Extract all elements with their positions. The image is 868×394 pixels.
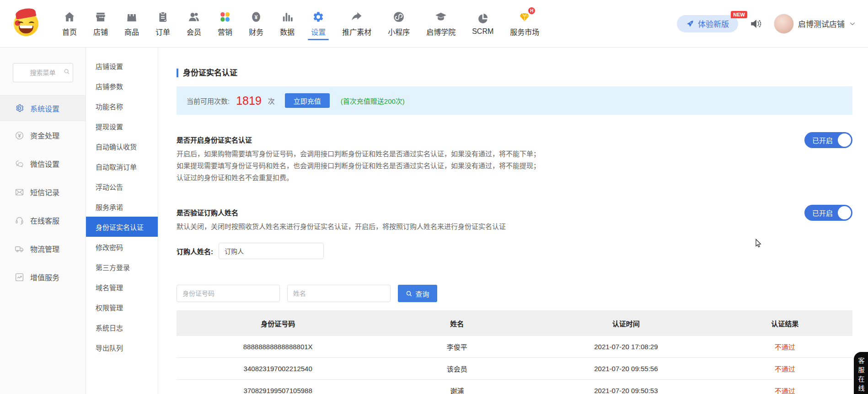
toggle-knob <box>838 206 851 219</box>
nav-label: 启博学院 <box>426 26 455 37</box>
chevron-down-icon <box>849 20 856 27</box>
customer-service-tab[interactable]: 客服在线 <box>854 352 868 394</box>
trend-chart-icon <box>15 272 24 282</box>
submenu-item-auto-confirm[interactable]: 自动确认收货 <box>86 136 158 156</box>
toggle-label: 已开启 <box>812 135 833 145</box>
col-header-result: 认证结果 <box>717 319 852 328</box>
try-new-label: 体验新版 <box>698 18 729 29</box>
nav-item-data[interactable]: 数据 <box>272 0 303 47</box>
sidebar-item-funds[interactable]: 资金处理 <box>0 121 86 149</box>
section-orderer-title: 是否验证订购人姓名 <box>177 208 852 217</box>
cell-id: 340823197002212540 <box>177 365 379 373</box>
sidebar-item-value-added[interactable]: 增值服务 <box>0 263 86 291</box>
sidebar-item-online-service[interactable]: 在线客服 <box>0 206 86 234</box>
desc-line: 开启后，如果购物需要填写身份证号码，会调用接口判断身份证和姓名是否通过实名认证，… <box>177 148 852 160</box>
nav-item-promo-material[interactable]: 推广素材 <box>334 0 380 47</box>
orderer-name-label: 订购人姓名: <box>177 246 213 256</box>
query-button[interactable]: 查询 <box>398 285 437 302</box>
page-title: 身份证实名认证 <box>177 69 852 77</box>
submenu-item-export-queue[interactable]: 导出队列 <box>86 337 158 357</box>
quota-unit: 次 <box>268 96 275 106</box>
marketing-dots-icon <box>219 11 231 23</box>
nav-item-goods[interactable]: 商品 <box>116 0 147 47</box>
nav-label: SCRM <box>472 27 493 36</box>
nav-label: 首页 <box>62 26 77 37</box>
quota-bar: 当前可用次数: 1819 次 立即充值 (首次充值赠送200次) <box>177 86 852 115</box>
sidebar-item-sms-records[interactable]: 短信记录 <box>0 178 86 206</box>
main-content: 身份证实名认证 当前可用次数: 1819 次 立即充值 (首次充值赠送200次)… <box>158 48 868 394</box>
sidebar-item-label: 增值服务 <box>30 272 59 282</box>
submenu-item-domain-management[interactable]: 域名管理 <box>86 277 158 297</box>
submenu-item-feature-names[interactable]: 功能名称 <box>86 96 158 116</box>
shopping-bag-icon <box>125 11 138 23</box>
sidebar-item-label: 物流管理 <box>30 243 59 254</box>
market-h-badge: H <box>528 7 535 14</box>
submenu-item-service-promise[interactable]: 服务承诺 <box>86 197 158 217</box>
submenu-item-change-password[interactable]: 修改密码 <box>86 237 158 257</box>
table-search-row: 查询 <box>177 285 852 302</box>
orderer-name-input[interactable] <box>219 243 324 259</box>
table-header-row: 身份证号码 姓名 认证时间 认证结果 <box>177 310 852 336</box>
try-new-version-button[interactable]: 体验新版 NEW <box>677 15 738 32</box>
nav-label: 营销 <box>218 26 232 37</box>
nav-item-members[interactable]: 会员 <box>178 0 209 47</box>
nav-item-marketing[interactable]: 营销 <box>209 0 241 47</box>
cell-name: 该会员 <box>379 364 535 373</box>
recharge-button[interactable]: 立即充值 <box>285 93 330 108</box>
svg-text:¥: ¥ <box>255 14 258 20</box>
nav-item-finance[interactable]: ¥ 财务 <box>241 0 272 47</box>
account-menu[interactable]: 启博测试店铺 <box>774 14 856 34</box>
desc-line: 认证过的身份证和姓名不会重复扣费。 <box>177 172 852 184</box>
nav-item-orders[interactable]: 订单 <box>147 0 178 47</box>
cell-name: 李俊平 <box>379 342 535 351</box>
search-icon <box>406 290 413 297</box>
cell-result: 不通过 <box>717 364 852 373</box>
sidebar-item-label: 短信记录 <box>30 186 59 197</box>
submenu-item-system-log[interactable]: 系统日志 <box>86 317 158 337</box>
cell-time: 2021-07-20 09:50:53 <box>535 387 717 394</box>
submenu-item-shop-params[interactable]: 店铺参数 <box>86 76 158 96</box>
nav-item-service-market[interactable]: H 服务市场 <box>502 0 547 47</box>
nav-item-miniprogram[interactable]: 小程序 <box>380 0 418 47</box>
submenu-item-shop-settings[interactable]: 店铺设置 <box>86 56 158 76</box>
id-number-search-input[interactable] <box>177 285 280 302</box>
top-nav-items: 首页 店铺 商品 订单 <box>54 0 547 47</box>
sidebar-item-system-settings[interactable]: 系统设置 <box>0 96 86 121</box>
nav-item-academy[interactable]: 启博学院 <box>418 0 464 47</box>
customer-service-label: 客服在线 <box>857 357 866 394</box>
col-header-time: 认证时间 <box>535 319 717 328</box>
orderer-name-toggle[interactable]: 已开启 <box>804 205 852 221</box>
col-header-id: 身份证号码 <box>177 319 379 328</box>
menu-search-input[interactable] <box>13 63 73 82</box>
nav-item-settings[interactable]: 设置 <box>303 0 334 47</box>
nav-item-home[interactable]: 首页 <box>54 0 85 47</box>
share-arrow-icon <box>350 11 363 23</box>
sidebar-item-label: 资金处理 <box>30 130 59 141</box>
nav-label: 推广素材 <box>342 26 371 37</box>
submenu-item-auto-cancel[interactable]: 自动取消订单 <box>86 156 158 176</box>
settings-submenu: 店铺设置 店铺参数 功能名称 提现设置 自动确认收货 自动取消订单 浮动公告 服… <box>86 48 158 394</box>
submenu-item-third-party-login[interactable]: 第三方登录 <box>86 257 158 277</box>
submenu-item-floating-notice[interactable]: 浮动公告 <box>86 176 158 197</box>
bonus-note: (首次充值赠送200次) <box>341 96 405 106</box>
sidebar-item-wechat-settings[interactable]: 微信设置 <box>0 149 86 178</box>
sidebar-item-label: 微信设置 <box>30 158 59 169</box>
speaker-icon[interactable] <box>749 17 763 31</box>
name-search-input[interactable] <box>287 285 391 302</box>
nav-item-shop[interactable]: 店铺 <box>85 0 116 47</box>
submenu-item-permission-management[interactable]: 权限管理 <box>86 297 158 317</box>
query-button-label: 查询 <box>415 289 429 298</box>
nav-item-scrm[interactable]: SCRM <box>464 0 502 47</box>
envelope-icon <box>15 187 24 197</box>
rocket-icon <box>686 20 694 28</box>
logo-hat <box>15 7 37 19</box>
orderer-name-field-row: 订购人姓名: <box>177 243 852 259</box>
cell-time: 2021-07-20 17:08:29 <box>535 343 717 351</box>
sidebar-item-logistics[interactable]: 物流管理 <box>0 234 86 263</box>
submenu-item-withdraw-settings[interactable]: 提现设置 <box>86 116 158 136</box>
cell-id: 88888888888888801X <box>177 343 379 351</box>
graduation-cap-icon <box>434 11 447 23</box>
submenu-item-id-verification[interactable]: 身份证实名认证 <box>86 217 158 237</box>
brand-logo-emoji[interactable] <box>14 11 38 36</box>
enable-verification-toggle[interactable]: 已开启 <box>804 132 852 148</box>
